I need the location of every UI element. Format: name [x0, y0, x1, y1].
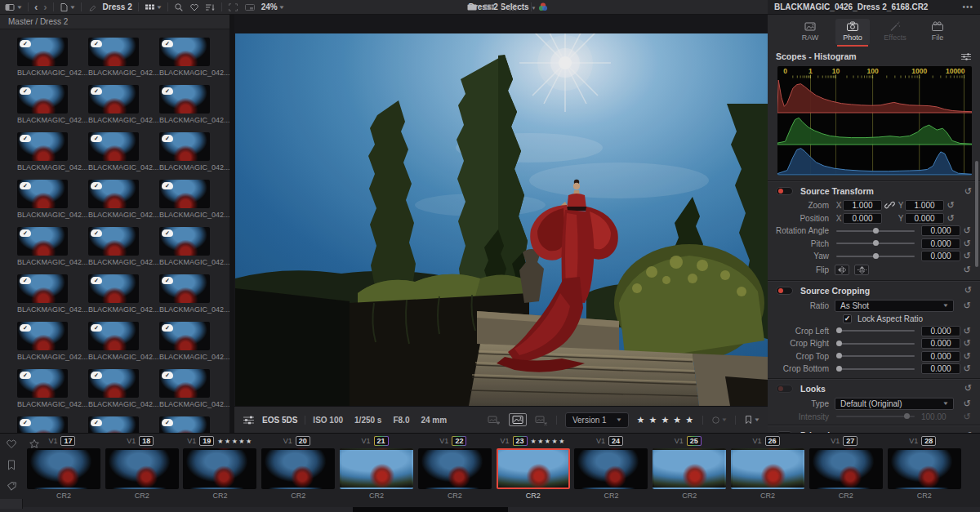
reset-icon[interactable]: ↺ [960, 226, 973, 235]
reset-icon[interactable]: ↺ [964, 384, 972, 393]
media-thumbnail-item[interactable]: ✓ BLACKMAGIC_042... [88, 322, 154, 361]
media-thumbnail-item[interactable]: ✓ BLACKMAGIC_042... [159, 227, 225, 266]
zoom-x-field[interactable]: 1.000 [843, 200, 882, 211]
media-thumbnail[interactable]: ✓ [17, 180, 68, 208]
filmstrip-cell[interactable]: V1 19 ★★★★★ CR2 [181, 435, 260, 500]
lock-aspect-checkbox[interactable]: ✓ [843, 314, 852, 323]
media-thumbnail[interactable]: ✓ [159, 274, 210, 303]
grid-view-button[interactable]: ▼ [145, 2, 162, 11]
filmstrip-cell[interactable]: V1 17 CR2 [24, 435, 103, 500]
reset-icon[interactable]: ↺ [960, 327, 973, 336]
position-x-field[interactable]: 0.000 [843, 213, 882, 224]
filmstrip-thumbnail[interactable] [888, 448, 961, 489]
filmstrip-cell[interactable]: V1 21 CR2 [337, 435, 416, 500]
reset-icon[interactable]: ↺ [960, 301, 973, 310]
flag-dropdown[interactable]: ▼ [744, 415, 760, 425]
filmstrip-cell[interactable]: V1 28 CR2 [885, 435, 964, 500]
media-thumbnail-item[interactable]: ✓ BLACKMAGIC_042... [159, 85, 225, 124]
tab-photo[interactable]: Photo [835, 19, 870, 45]
flag-image-button[interactable] [488, 415, 501, 425]
filmstrip-thumbnail[interactable] [27, 448, 100, 489]
zoom-level-dropdown[interactable]: 24% ▼ [261, 2, 284, 11]
crop-right-slider[interactable] [836, 343, 915, 345]
source-cropping-toggle[interactable] [776, 287, 793, 295]
filmstrip-thumbnail[interactable] [418, 448, 492, 489]
search-button[interactable] [174, 2, 184, 12]
reset-icon[interactable]: ↺ [960, 352, 973, 361]
media-thumbnail-item[interactable]: ✓ BLACKMAGIC_042... [88, 38, 154, 77]
media-thumbnail[interactable]: ✓ [88, 274, 139, 303]
media-thumbnail[interactable]: ✓ [159, 369, 210, 398]
breadcrumb[interactable]: Master / Dress 2 [0, 15, 229, 29]
media-thumbnail[interactable]: ✓ [88, 227, 139, 256]
media-thumbnail-item[interactable]: ✓ BLACKMAGIC_042... [159, 180, 225, 219]
media-thumbnail[interactable]: ✓ [17, 369, 68, 398]
media-thumbnail-item[interactable]: ✓ BLACKMAGIC_042... [159, 322, 225, 361]
collection-name[interactable]: Dress 2 [103, 2, 132, 11]
filmstrip-thumbnail[interactable] [497, 448, 570, 489]
panel-toggle-button[interactable]: ▼ [5, 2, 22, 12]
media-thumbnail-item[interactable]: ✓ BLACKMAGIC_042... [17, 132, 82, 171]
filmstrip-thumbnail[interactable] [183, 448, 256, 489]
scope-settings-button[interactable] [960, 52, 972, 61]
version-dropdown[interactable]: Version 1 ▼ [565, 412, 629, 428]
multi-view-button[interactable] [483, 2, 495, 12]
media-thumbnail[interactable]: ✓ [88, 416, 139, 433]
media-thumbnail[interactable]: ✓ [88, 369, 139, 398]
filmstrip-thumbnail[interactable] [809, 448, 883, 489]
crop-bottom-field[interactable]: 0.000 [921, 363, 960, 374]
media-thumbnail-item[interactable]: ✓ BLACKMAGIC_042... [159, 38, 225, 77]
filmstrip-thumbnail[interactable] [731, 448, 804, 489]
adjustments-icon[interactable] [243, 415, 255, 425]
back-button[interactable]: ‹ [34, 2, 38, 12]
heart-icon[interactable] [6, 439, 17, 449]
yaw-slider[interactable] [836, 256, 915, 257]
media-thumbnail-item[interactable]: ✓ BLACKMAGIC_042... [17, 322, 82, 361]
filmstrip-cell[interactable]: V1 18 CR2 [103, 435, 181, 500]
media-thumbnail[interactable]: ✓ [88, 322, 139, 350]
filmstrip-cell[interactable]: V1 23 ★★★★★ CR2 [494, 435, 572, 500]
media-thumbnail[interactable]: ✓ [17, 416, 68, 433]
filmstrip-thumbnail[interactable] [105, 448, 179, 489]
reset-icon[interactable]: ↺ [960, 339, 973, 348]
media-thumbnail-item[interactable]: ✓ BLACKMAGIC_042... [88, 369, 154, 408]
media-thumbnail[interactable]: ✓ [17, 227, 68, 256]
media-thumbnail-item[interactable]: ✓ BLACKMAGIC_042... [17, 274, 82, 314]
source-transform-toggle[interactable] [776, 187, 793, 195]
media-thumbnail-item[interactable]: ✓ BLACKMAGIC_042... [17, 416, 82, 433]
filmstrip-cell[interactable]: V1 26 CR2 [728, 435, 807, 500]
media-thumbnail-item[interactable]: ✓ BLACKMAGIC_042... [159, 132, 225, 171]
tab-file[interactable]: File [920, 19, 955, 45]
tab-raw[interactable]: RAW [793, 19, 827, 45]
media-thumbnail[interactable]: ✓ [88, 180, 139, 208]
favorite-filter-button[interactable] [189, 2, 199, 12]
media-thumbnail[interactable]: ✓ [159, 132, 210, 161]
link-icon[interactable] [882, 200, 897, 211]
bookmark-icon[interactable] [7, 460, 16, 470]
media-thumbnail[interactable]: ✓ [159, 227, 210, 256]
filmstrip-thumbnail[interactable] [653, 448, 726, 489]
pitch-field[interactable]: 0.000 [921, 238, 960, 249]
media-thumbnail-item[interactable]: ✓ BLACKMAGIC_042... [159, 416, 225, 433]
filmstrip-cell[interactable]: V1 22 CR2 [416, 435, 494, 500]
media-thumbnail[interactable]: ✓ [159, 416, 210, 433]
forward-button[interactable]: › [43, 2, 47, 12]
filmstrip-thumbnail[interactable] [574, 448, 648, 489]
filmstrip-cell[interactable]: V1 24 CR2 [572, 435, 651, 500]
media-thumbnail[interactable]: ✓ [17, 85, 68, 114]
reset-icon[interactable]: ↺ [960, 399, 973, 408]
yaw-field[interactable]: 0.000 [921, 251, 960, 261]
filmstrip-thumbnail[interactable] [340, 448, 413, 489]
intensity-slider[interactable] [836, 416, 915, 417]
filmstrip-cell[interactable]: V1 20 CR2 [259, 435, 337, 500]
media-thumbnail[interactable]: ✓ [17, 132, 68, 161]
reset-icon[interactable]: ↺ [960, 412, 973, 421]
color-label-dropdown[interactable]: ▼ [711, 416, 727, 425]
reset-icon[interactable]: ↺ [964, 286, 972, 295]
reset-icon[interactable]: ↺ [944, 201, 957, 210]
media-thumbnail[interactable]: ✓ [88, 85, 139, 114]
media-thumbnail-item[interactable]: ✓ BLACKMAGIC_042... [17, 180, 82, 219]
crop-top-slider[interactable] [836, 355, 915, 357]
overflow-menu-button[interactable]: ••• [962, 2, 973, 11]
look-type-dropdown[interactable]: Default (Original) ▼ [835, 398, 954, 410]
